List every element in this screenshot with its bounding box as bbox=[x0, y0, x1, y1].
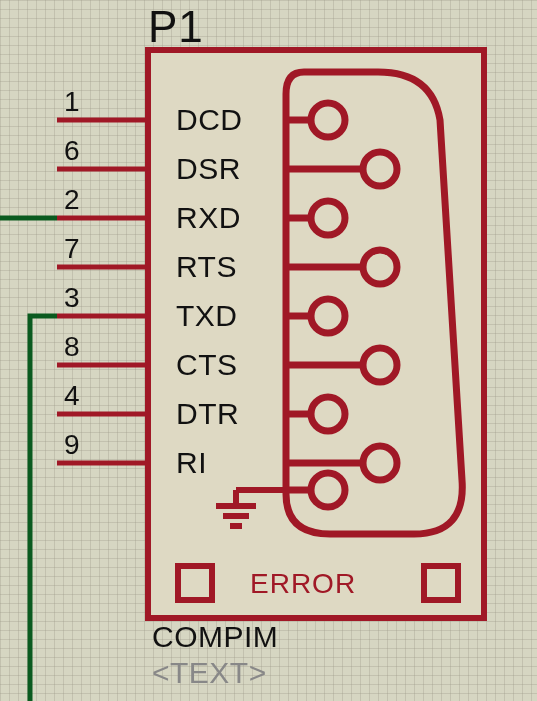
pin-number-3: 3 bbox=[64, 282, 80, 314]
pin-label-txd: TXD bbox=[176, 299, 238, 333]
pin-number-4: 4 bbox=[64, 380, 80, 412]
pin-label-rts: RTS bbox=[176, 250, 237, 284]
pin-number-8: 8 bbox=[64, 331, 80, 363]
component-type[interactable]: COMPIM bbox=[152, 620, 278, 654]
pin-label-dtr: DTR bbox=[176, 397, 239, 431]
pin-number-2: 2 bbox=[64, 184, 80, 216]
component-text-placeholder[interactable]: <TEXT> bbox=[152, 656, 267, 690]
pin-number-1: 1 bbox=[64, 86, 80, 118]
pin-label-dcd: DCD bbox=[176, 103, 243, 137]
pin-label-dsr: DSR bbox=[176, 152, 241, 186]
pin-number-7: 7 bbox=[64, 233, 80, 265]
status-text: ERROR bbox=[250, 568, 356, 600]
ref-designator[interactable]: P1 bbox=[148, 2, 204, 52]
schematic-canvas: P1 1 6 2 7 3 8 4 9 DCD DSR RXD RTS TXD C… bbox=[0, 0, 537, 701]
pin-label-cts: CTS bbox=[176, 348, 238, 382]
pin-number-9: 9 bbox=[64, 429, 80, 461]
pin-label-rxd: RXD bbox=[176, 201, 241, 235]
pin-number-6: 6 bbox=[64, 135, 80, 167]
wire-txd bbox=[30, 316, 57, 701]
pin-label-ri: RI bbox=[176, 446, 207, 480]
